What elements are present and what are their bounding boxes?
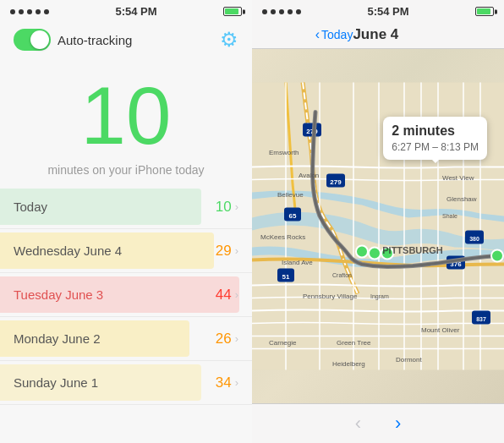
svg-text:Glenshaw: Glenshaw bbox=[446, 195, 477, 203]
svg-text:West View: West View bbox=[442, 174, 474, 182]
left-time: 5:54 PM bbox=[115, 5, 156, 18]
svg-text:837: 837 bbox=[476, 316, 486, 322]
back-label: Today bbox=[321, 28, 353, 41]
rdot-3 bbox=[279, 9, 284, 14]
svg-text:Heidelberg: Heidelberg bbox=[332, 360, 365, 368]
right-panel: 5:54 PM ‹ Today June 4 bbox=[252, 0, 504, 443]
svg-text:Shale: Shale bbox=[442, 213, 457, 219]
list-value-tue: 44 bbox=[216, 287, 232, 304]
list-item[interactable]: Wednesday June 4 29 › bbox=[0, 229, 252, 273]
next-button[interactable]: › bbox=[395, 413, 401, 435]
svg-text:PITTSBURGH: PITTSBURGH bbox=[382, 245, 443, 255]
svg-text:51: 51 bbox=[282, 273, 290, 281]
list-item[interactable]: Today 10 › bbox=[0, 185, 252, 229]
chevron-icon-mon: › bbox=[235, 332, 238, 345]
rdot-2 bbox=[271, 9, 276, 14]
map-area: 279 51 279 65 376 380 837 bbox=[252, 49, 504, 403]
right-time: 5:54 PM bbox=[367, 5, 408, 18]
list-label-wed: Wednesday June 4 bbox=[14, 243, 216, 258]
right-battery-fill bbox=[477, 8, 490, 14]
right-status-right bbox=[475, 7, 494, 16]
callout-duration: 2 minutes bbox=[392, 122, 479, 140]
right-signal-dots bbox=[262, 9, 301, 14]
toggle-label: Auto-tracking bbox=[58, 33, 132, 47]
bottom-nav: ‹ › bbox=[252, 403, 504, 443]
top-bar: Auto-tracking ⚙ bbox=[0, 21, 252, 58]
dot-3 bbox=[27, 9, 32, 14]
dot-5 bbox=[44, 9, 49, 14]
back-button[interactable]: ‹ Today bbox=[315, 27, 353, 42]
list-label-mon: Monday June 2 bbox=[14, 331, 216, 346]
toggle-container[interactable]: Auto-tracking bbox=[14, 29, 132, 51]
left-panel: 5:54 PM Auto-tracking ⚙ 10 minutes on yo… bbox=[0, 0, 252, 443]
svg-text:McKees Rocks: McKees Rocks bbox=[260, 233, 305, 241]
right-nav-bar: ‹ Today June 4 bbox=[252, 21, 504, 49]
chevron-icon-wed: › bbox=[235, 244, 238, 257]
list-label-tue: Tuesday June 3 bbox=[14, 287, 216, 302]
list-value-wed: 29 bbox=[216, 243, 232, 260]
map-svg: 279 51 279 65 376 380 837 bbox=[252, 49, 504, 403]
rdot-1 bbox=[262, 9, 267, 14]
prev-button[interactable]: ‹ bbox=[355, 413, 361, 435]
chevron-icon-today: › bbox=[235, 200, 238, 213]
auto-tracking-toggle[interactable] bbox=[14, 29, 51, 51]
callout-time: 6:27 PM – 8:13 PM bbox=[392, 140, 479, 155]
big-number: 10 bbox=[81, 75, 172, 156]
svg-text:65: 65 bbox=[289, 212, 297, 220]
list-value-mon: 26 bbox=[216, 331, 232, 347]
rdot-4 bbox=[288, 9, 293, 14]
list-value-sun: 34 bbox=[216, 375, 232, 391]
right-status-bar: 5:54 PM bbox=[252, 0, 504, 21]
list-item[interactable]: Tuesday June 3 44 › bbox=[0, 273, 252, 317]
right-battery-icon bbox=[475, 7, 494, 16]
svg-point-15 bbox=[356, 246, 368, 258]
list-label-today: Today bbox=[14, 200, 216, 214]
signal-dots bbox=[10, 9, 49, 14]
list-value-today: 10 bbox=[216, 199, 232, 216]
chevron-icon-tue: › bbox=[235, 288, 238, 301]
dot-4 bbox=[36, 9, 41, 14]
list-area: Today 10 › Wednesday June 4 29 › Tuesday… bbox=[0, 185, 252, 443]
svg-text:Avalon: Avalon bbox=[299, 172, 319, 179]
svg-point-16 bbox=[369, 248, 381, 260]
svg-text:Bellevue: Bellevue bbox=[277, 191, 304, 199]
left-battery-fill bbox=[225, 8, 238, 14]
right-nav-title: June 4 bbox=[353, 26, 398, 43]
svg-text:279: 279 bbox=[330, 178, 342, 186]
svg-text:Pennsbury Village: Pennsbury Village bbox=[303, 293, 358, 300]
chevron-icon-sun: › bbox=[235, 376, 238, 389]
svg-text:Island Ave: Island Ave bbox=[282, 259, 313, 266]
svg-text:Mount Oliver: Mount Oliver bbox=[421, 326, 460, 334]
rdot-5 bbox=[296, 9, 301, 14]
stats-area: 10 minutes on your iPhone today bbox=[0, 58, 252, 185]
svg-text:380: 380 bbox=[469, 236, 479, 242]
svg-text:Carnegie: Carnegie bbox=[269, 339, 297, 347]
svg-text:Green Tree: Green Tree bbox=[337, 339, 371, 347]
svg-text:Dormont: Dormont bbox=[396, 356, 422, 364]
left-battery-icon bbox=[223, 7, 242, 16]
left-status-right bbox=[223, 7, 242, 16]
dot-1 bbox=[10, 9, 15, 14]
callout-bubble: 2 minutes 6:27 PM – 8:13 PM bbox=[383, 117, 487, 160]
svg-text:Emsworth: Emsworth bbox=[269, 149, 299, 156]
list-item[interactable]: Sunday June 1 34 › bbox=[0, 361, 252, 405]
svg-point-18 bbox=[491, 250, 503, 262]
subtitle: minutes on your iPhone today bbox=[47, 163, 204, 177]
chevron-left-icon: ‹ bbox=[315, 27, 320, 42]
svg-text:Ingram: Ingram bbox=[370, 293, 389, 300]
left-status-bar: 5:54 PM bbox=[0, 0, 252, 21]
list-label-sun: Sunday June 1 bbox=[14, 375, 216, 390]
dot-2 bbox=[19, 9, 24, 14]
settings-icon[interactable]: ⚙ bbox=[220, 28, 238, 52]
list-item[interactable]: Monday June 2 26 › bbox=[0, 317, 252, 361]
svg-text:Crafton: Crafton bbox=[332, 272, 352, 278]
toggle-knob bbox=[30, 30, 49, 49]
